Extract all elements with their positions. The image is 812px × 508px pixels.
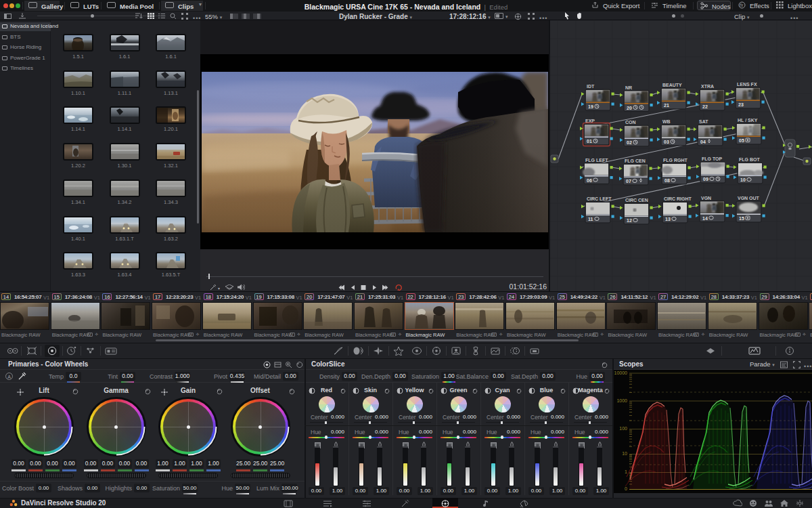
svg-text:IDT: IDT bbox=[587, 84, 595, 89]
svg-text:FLG BOT: FLG BOT bbox=[739, 157, 760, 162]
svg-text:19: 19 bbox=[588, 104, 593, 109]
svg-text:CIRC RIGHT: CIRC RIGHT bbox=[664, 196, 692, 201]
svg-text:LENS FX: LENS FX bbox=[737, 82, 757, 87]
svg-text:SAT: SAT bbox=[699, 119, 708, 124]
svg-text:CIRC CEN: CIRC CEN bbox=[625, 198, 648, 203]
svg-text:20: 20 bbox=[627, 106, 632, 110]
svg-text:06: 06 bbox=[587, 178, 592, 183]
svg-text:XTRA: XTRA bbox=[701, 84, 714, 89]
svg-text:11: 11 bbox=[588, 217, 593, 221]
svg-text:FLG LEFT: FLG LEFT bbox=[585, 158, 608, 163]
svg-text:04: 04 bbox=[700, 140, 706, 144]
svg-text:FLG CEN: FLG CEN bbox=[625, 158, 646, 163]
svg-text:12: 12 bbox=[627, 218, 632, 223]
svg-text:03: 03 bbox=[664, 140, 669, 144]
svg-text:07: 07 bbox=[626, 179, 631, 184]
svg-text:NR: NR bbox=[625, 85, 632, 90]
svg-text:09: 09 bbox=[703, 177, 708, 182]
svg-text:fx: fx bbox=[740, 3, 744, 7]
svg-text:FLG RGHT: FLG RGHT bbox=[663, 158, 687, 163]
svg-text:14: 14 bbox=[702, 216, 708, 221]
svg-text:CIRC LEFT: CIRC LEFT bbox=[587, 196, 612, 201]
svg-text:08: 08 bbox=[664, 178, 670, 183]
svg-text:01: 01 bbox=[587, 139, 592, 144]
svg-text:VGN OUT: VGN OUT bbox=[738, 196, 760, 200]
svg-text:CON: CON bbox=[625, 120, 636, 125]
svg-text:FLG TOP: FLG TOP bbox=[702, 156, 723, 161]
svg-text:13: 13 bbox=[665, 217, 671, 221]
svg-text:VGN: VGN bbox=[701, 196, 711, 200]
svg-text:02: 02 bbox=[627, 140, 632, 145]
svg-text:21: 21 bbox=[664, 103, 669, 108]
svg-text:WB: WB bbox=[662, 119, 671, 124]
svg-text:22: 22 bbox=[702, 104, 708, 109]
svg-text:15: 15 bbox=[739, 216, 744, 221]
svg-text:BEAUTY: BEAUTY bbox=[662, 83, 682, 87]
svg-text:10: 10 bbox=[740, 177, 746, 182]
svg-text:23: 23 bbox=[738, 102, 744, 107]
svg-text:05: 05 bbox=[739, 138, 744, 143]
svg-text:HL / SKY: HL / SKY bbox=[738, 118, 758, 123]
